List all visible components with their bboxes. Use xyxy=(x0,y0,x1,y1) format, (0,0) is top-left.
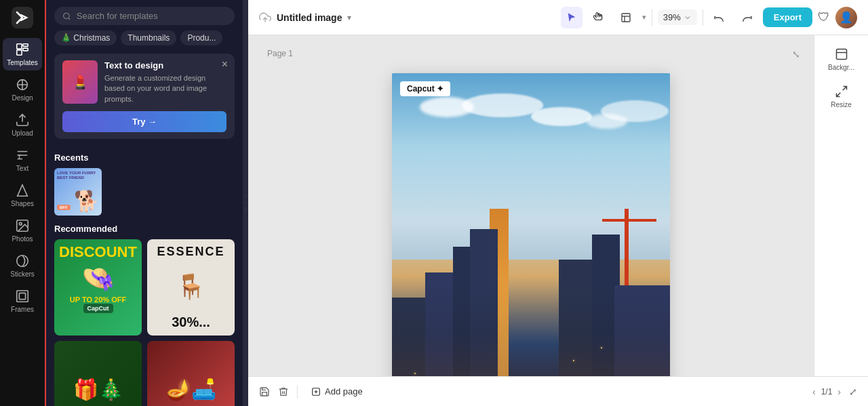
essence-discount: 30%... xyxy=(172,314,210,330)
sidebar-item-text[interactable]: T Text xyxy=(3,144,42,176)
sidebar-label-design: Design xyxy=(12,94,33,102)
background-button[interactable]: Backgr... xyxy=(820,43,863,75)
layout-button[interactable] xyxy=(615,7,637,28)
template-card-christmas[interactable]: 🎁🎄 xyxy=(54,341,142,406)
icon-sidebar: Templates Design Upload T Text Shapes xyxy=(0,0,46,406)
add-page-label: Add page xyxy=(325,386,363,397)
template-card-discount[interactable]: DISCOUNT 👒 UP TO 20% OFF CapCut xyxy=(54,239,142,336)
shield-icon: 🛡 xyxy=(818,10,830,24)
sidebar-item-photos[interactable]: Photos xyxy=(3,214,42,247)
user-avatar[interactable]: 👤 xyxy=(835,7,857,28)
templates-panel: 🎄 Christmas Thumbnails Produ... × 💄 Text… xyxy=(46,0,243,406)
christmas-emoji: 🎁🎄 xyxy=(73,378,123,401)
ttd-text-content: Text to design Generate a customized des… xyxy=(104,60,226,104)
sidebar-label-frames: Frames xyxy=(11,306,34,313)
discount-sub: UP TO 20% OFF xyxy=(70,296,126,304)
buildings-layer xyxy=(392,158,670,376)
svg-point-11 xyxy=(17,256,28,267)
canvas-wrapper: Page 1 ⤡ xyxy=(248,35,868,376)
capcut-branding-badge: Capcut ✦ xyxy=(400,81,450,96)
essence-image: 🪑 xyxy=(176,272,206,301)
capcut-badge-discount: CapCut xyxy=(83,304,113,313)
template-grid: DISCOUNT 👒 UP TO 20% OFF CapCut ESSENCE … xyxy=(54,239,235,406)
export-button[interactable]: Export xyxy=(763,7,812,27)
zoom-chevron-icon xyxy=(684,14,692,22)
ttd-description: Generate a customized design based on yo… xyxy=(104,73,226,104)
svg-point-10 xyxy=(19,222,22,225)
panel-resize-handle[interactable]: · · · xyxy=(243,0,248,406)
svg-rect-3 xyxy=(23,48,28,51)
redo-button[interactable] xyxy=(736,7,757,28)
sidebar-item-stickers[interactable]: Stickers xyxy=(3,249,42,282)
girl-emoji: 👒 xyxy=(81,262,115,294)
sidebar-item-design[interactable]: Design xyxy=(3,73,42,106)
svg-rect-17 xyxy=(622,14,630,22)
title-chevron-icon[interactable]: ▾ xyxy=(347,13,351,22)
page-nav: ‹ 1/1 › xyxy=(812,386,841,397)
svg-rect-12 xyxy=(17,291,28,302)
hand-tool-button[interactable] xyxy=(588,7,610,28)
undo-button[interactable] xyxy=(709,7,730,28)
ttd-title: Text to design xyxy=(104,60,226,70)
select-tool-button[interactable] xyxy=(561,7,583,28)
sidebar-item-upload[interactable]: Upload xyxy=(3,108,42,141)
divider-2 xyxy=(703,9,703,26)
template-card-essence[interactable]: ESSENCE 🪑 30%... xyxy=(147,239,235,336)
trash-icon[interactable] xyxy=(278,386,289,397)
search-bar[interactable] xyxy=(54,7,235,25)
layout-chevron[interactable]: ▾ xyxy=(642,13,646,22)
essence-title: ESSENCE xyxy=(157,245,224,259)
add-page-button[interactable]: Add page xyxy=(306,384,368,399)
recents-section-title: Recents xyxy=(54,153,235,163)
chip-thumbnails[interactable]: Thumbnails xyxy=(121,31,176,45)
document-title: Untitled image xyxy=(277,12,342,23)
sidebar-item-frames[interactable]: Frames xyxy=(3,285,42,317)
chips-row: 🎄 Christmas Thumbnails Produ... xyxy=(46,31,243,51)
next-page-button[interactable]: › xyxy=(837,386,841,397)
template-card-lamp[interactable]: 🪔🛋️ xyxy=(147,341,235,406)
canvas-frame: Capcut ✦ xyxy=(392,73,670,376)
sidebar-label-photos: Photos xyxy=(12,235,33,243)
chip-christmas-label: 🎄 Christmas xyxy=(61,33,110,43)
sidebar-item-shapes[interactable]: Shapes xyxy=(3,179,42,211)
svg-rect-13 xyxy=(19,293,25,299)
prev-page-button[interactable]: ‹ xyxy=(812,386,816,397)
bottom-bar: Add page ‹ 1/1 › ⤢ xyxy=(248,376,868,406)
chip-product[interactable]: Produ... xyxy=(180,31,222,45)
sidebar-label-upload: Upload xyxy=(12,129,33,137)
resize-button[interactable]: Resize xyxy=(820,81,863,113)
lamp-emoji: 🪔🛋️ xyxy=(166,378,216,401)
top-toolbar: Untitled image ▾ xyxy=(248,0,868,35)
expand-icon[interactable]: ⤡ xyxy=(792,49,800,60)
save-icon[interactable] xyxy=(259,386,270,397)
svg-marker-8 xyxy=(18,185,28,197)
svg-text:T: T xyxy=(18,153,22,160)
svg-line-15 xyxy=(68,18,70,19)
ttd-try-button[interactable]: Try → xyxy=(62,111,226,132)
recents-row: LOVE YOUR FURRY BEST FRIEND 🐕 BFF xyxy=(54,168,235,216)
app-logo[interactable] xyxy=(10,5,35,30)
editor-main: Untitled image ▾ xyxy=(248,0,868,406)
svg-rect-1 xyxy=(17,44,22,49)
right-panel: Backgr... Resize xyxy=(814,35,868,376)
zoom-control[interactable]: 39% xyxy=(658,9,697,25)
resize-icon xyxy=(835,85,848,98)
svg-rect-20 xyxy=(836,49,846,60)
fullscreen-icon[interactable]: ⤢ xyxy=(849,386,857,397)
bottom-divider xyxy=(297,385,298,399)
close-icon[interactable]: × xyxy=(222,59,228,70)
capcut-badge-text: Capcut ✦ xyxy=(407,84,443,94)
sidebar-item-templates[interactable]: Templates xyxy=(3,38,42,70)
search-input[interactable] xyxy=(77,11,226,21)
panel-scroll-area: Recents LOVE YOUR FURRY BEST FRIEND 🐕 BF… xyxy=(46,146,243,406)
sidebar-label-shapes: Shapes xyxy=(11,200,34,207)
recent-thumb-dog[interactable]: LOVE YOUR FURRY BEST FRIEND 🐕 BFF xyxy=(54,168,102,216)
zoom-level: 39% xyxy=(663,12,681,22)
hand-icon xyxy=(593,12,604,23)
undo-icon xyxy=(714,12,725,23)
add-page-icon xyxy=(311,387,321,397)
canvas-area[interactable]: Page 1 ⤡ xyxy=(248,35,814,376)
sidebar-label-text: Text xyxy=(16,165,28,172)
chip-christmas[interactable]: 🎄 Christmas xyxy=(54,31,117,45)
chip-thumbnails-label: Thumbnails xyxy=(127,33,170,43)
